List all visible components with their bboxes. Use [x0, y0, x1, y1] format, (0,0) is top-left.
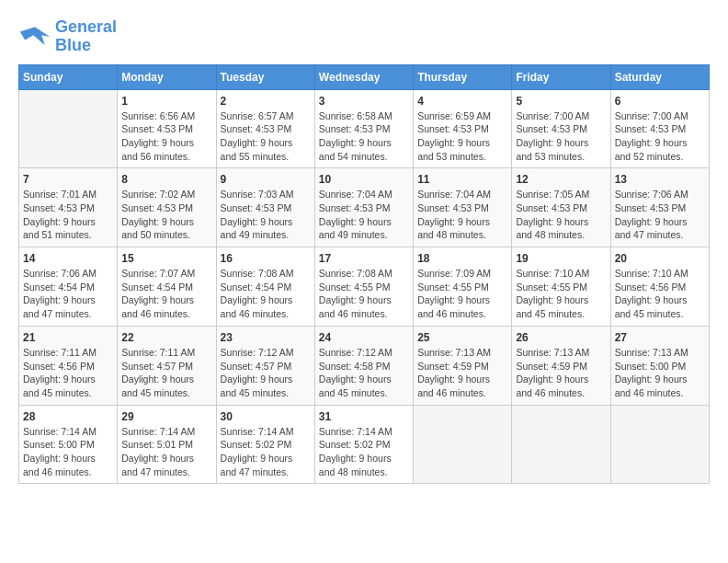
day-info: Sunrise: 7:03 AM Sunset: 4:53 PM Dayligh…	[221, 188, 311, 242]
day-number: 18	[417, 252, 507, 265]
day-number: 8	[121, 173, 211, 186]
calendar-week-row: 14Sunrise: 7:06 AM Sunset: 4:54 PM Dayli…	[19, 247, 710, 327]
calendar-week-row: 28Sunrise: 7:14 AM Sunset: 5:00 PM Dayli…	[19, 405, 710, 484]
calendar-cell: 6Sunrise: 7:00 AM Sunset: 4:53 PM Daylig…	[610, 89, 709, 168]
day-info: Sunrise: 7:10 AM Sunset: 4:55 PM Dayligh…	[516, 267, 606, 321]
calendar-cell	[610, 405, 709, 484]
day-number: 25	[417, 331, 507, 344]
day-number: 26	[516, 331, 606, 344]
day-info: Sunrise: 7:13 AM Sunset: 4:59 PM Dayligh…	[516, 346, 606, 400]
day-info: Sunrise: 6:59 AM Sunset: 4:53 PM Dayligh…	[417, 109, 507, 164]
day-number: 13	[615, 173, 705, 186]
day-info: Sunrise: 7:10 AM Sunset: 4:56 PM Dayligh…	[615, 267, 705, 321]
day-number: 19	[516, 252, 606, 265]
calendar-cell: 23Sunrise: 7:12 AM Sunset: 4:57 PM Dayli…	[216, 326, 314, 405]
calendar-cell: 7Sunrise: 7:01 AM Sunset: 4:53 PM Daylig…	[19, 168, 118, 247]
day-info: Sunrise: 7:14 AM Sunset: 5:00 PM Dayligh…	[23, 425, 113, 479]
day-number: 9	[221, 173, 311, 186]
day-info: Sunrise: 6:56 AM Sunset: 4:53 PM Dayligh…	[121, 109, 211, 164]
calendar-cell: 24Sunrise: 7:12 AM Sunset: 4:58 PM Dayli…	[314, 326, 413, 405]
page-header: General Blue	[18, 18, 710, 55]
day-number: 29	[121, 410, 211, 423]
day-info: Sunrise: 7:05 AM Sunset: 4:53 PM Dayligh…	[516, 188, 606, 242]
day-info: Sunrise: 7:07 AM Sunset: 4:54 PM Dayligh…	[121, 267, 211, 321]
day-info: Sunrise: 7:12 AM Sunset: 4:58 PM Dayligh…	[319, 346, 409, 400]
weekday-header-wednesday: Wednesday	[314, 64, 413, 89]
day-number: 11	[417, 173, 507, 186]
day-number: 4	[417, 95, 507, 108]
day-number: 6	[615, 95, 705, 108]
calendar-cell: 8Sunrise: 7:02 AM Sunset: 4:53 PM Daylig…	[118, 168, 216, 247]
day-number: 7	[23, 173, 113, 186]
day-number: 10	[319, 173, 409, 186]
calendar-week-row: 21Sunrise: 7:11 AM Sunset: 4:56 PM Dayli…	[19, 326, 710, 405]
calendar-cell: 14Sunrise: 7:06 AM Sunset: 4:54 PM Dayli…	[19, 247, 118, 327]
day-info: Sunrise: 7:04 AM Sunset: 4:53 PM Dayligh…	[417, 188, 507, 242]
day-info: Sunrise: 7:13 AM Sunset: 4:59 PM Dayligh…	[417, 346, 507, 400]
day-info: Sunrise: 6:58 AM Sunset: 4:53 PM Dayligh…	[319, 109, 409, 164]
weekday-header-friday: Friday	[512, 64, 610, 89]
day-info: Sunrise: 7:14 AM Sunset: 5:02 PM Dayligh…	[319, 425, 409, 479]
day-number: 27	[615, 331, 705, 344]
day-info: Sunrise: 7:08 AM Sunset: 4:55 PM Dayligh…	[319, 267, 409, 321]
calendar-cell: 30Sunrise: 7:14 AM Sunset: 5:02 PM Dayli…	[216, 405, 314, 484]
day-info: Sunrise: 7:14 AM Sunset: 5:01 PM Dayligh…	[121, 425, 211, 479]
day-info: Sunrise: 7:11 AM Sunset: 4:56 PM Dayligh…	[23, 346, 113, 400]
calendar-week-row: 7Sunrise: 7:01 AM Sunset: 4:53 PM Daylig…	[19, 168, 710, 247]
calendar-cell: 16Sunrise: 7:08 AM Sunset: 4:54 PM Dayli…	[216, 247, 314, 327]
day-number: 16	[221, 252, 311, 265]
calendar-cell: 10Sunrise: 7:04 AM Sunset: 4:53 PM Dayli…	[314, 168, 413, 247]
calendar-header-row: SundayMondayTuesdayWednesdayThursdayFrid…	[19, 64, 710, 89]
weekday-header-saturday: Saturday	[610, 64, 709, 89]
weekday-header-tuesday: Tuesday	[216, 64, 314, 89]
day-number: 17	[319, 252, 409, 265]
logo-icon	[18, 23, 51, 51]
day-info: Sunrise: 7:06 AM Sunset: 4:53 PM Dayligh…	[615, 188, 705, 242]
calendar-cell: 28Sunrise: 7:14 AM Sunset: 5:00 PM Dayli…	[19, 405, 118, 484]
logo-text: General Blue	[55, 18, 117, 55]
day-number: 12	[516, 173, 606, 186]
calendar-cell: 1Sunrise: 6:56 AM Sunset: 4:53 PM Daylig…	[118, 89, 216, 168]
day-info: Sunrise: 7:12 AM Sunset: 4:57 PM Dayligh…	[221, 346, 311, 400]
day-info: Sunrise: 7:11 AM Sunset: 4:57 PM Dayligh…	[121, 346, 211, 400]
calendar-cell: 18Sunrise: 7:09 AM Sunset: 4:55 PM Dayli…	[414, 247, 512, 327]
day-info: Sunrise: 7:01 AM Sunset: 4:53 PM Dayligh…	[23, 188, 113, 242]
day-info: Sunrise: 7:04 AM Sunset: 4:53 PM Dayligh…	[319, 188, 409, 242]
day-number: 22	[121, 331, 211, 344]
calendar-cell: 20Sunrise: 7:10 AM Sunset: 4:56 PM Dayli…	[610, 247, 709, 327]
day-number: 2	[221, 95, 311, 108]
calendar-cell: 5Sunrise: 7:00 AM Sunset: 4:53 PM Daylig…	[512, 89, 610, 168]
calendar-cell: 15Sunrise: 7:07 AM Sunset: 4:54 PM Dayli…	[118, 247, 216, 327]
calendar-cell	[414, 405, 512, 484]
svg-marker-0	[20, 27, 50, 45]
calendar-cell: 9Sunrise: 7:03 AM Sunset: 4:53 PM Daylig…	[216, 168, 314, 247]
calendar-cell: 2Sunrise: 6:57 AM Sunset: 4:53 PM Daylig…	[216, 89, 314, 168]
day-number: 14	[23, 252, 113, 265]
calendar-cell: 26Sunrise: 7:13 AM Sunset: 4:59 PM Dayli…	[512, 326, 610, 405]
day-info: Sunrise: 7:09 AM Sunset: 4:55 PM Dayligh…	[417, 267, 507, 321]
weekday-header-thursday: Thursday	[414, 64, 512, 89]
day-info: Sunrise: 7:02 AM Sunset: 4:53 PM Dayligh…	[121, 188, 211, 242]
calendar-cell: 31Sunrise: 7:14 AM Sunset: 5:02 PM Dayli…	[314, 405, 413, 484]
calendar-cell: 3Sunrise: 6:58 AM Sunset: 4:53 PM Daylig…	[314, 89, 413, 168]
day-number: 28	[23, 410, 113, 423]
day-number: 24	[319, 331, 409, 344]
calendar-cell	[512, 405, 610, 484]
day-info: Sunrise: 7:00 AM Sunset: 4:53 PM Dayligh…	[615, 109, 705, 164]
calendar-cell: 29Sunrise: 7:14 AM Sunset: 5:01 PM Dayli…	[118, 405, 216, 484]
day-number: 31	[319, 410, 409, 423]
calendar-cell: 19Sunrise: 7:10 AM Sunset: 4:55 PM Dayli…	[512, 247, 610, 327]
day-info: Sunrise: 7:06 AM Sunset: 4:54 PM Dayligh…	[23, 267, 113, 321]
calendar-cell: 27Sunrise: 7:13 AM Sunset: 5:00 PM Dayli…	[610, 326, 709, 405]
calendar-cell: 13Sunrise: 7:06 AM Sunset: 4:53 PM Dayli…	[610, 168, 709, 247]
weekday-header-sunday: Sunday	[19, 64, 118, 89]
calendar-week-row: 1Sunrise: 6:56 AM Sunset: 4:53 PM Daylig…	[19, 89, 710, 168]
calendar-cell: 22Sunrise: 7:11 AM Sunset: 4:57 PM Dayli…	[118, 326, 216, 405]
weekday-header-monday: Monday	[118, 64, 216, 89]
day-number: 20	[615, 252, 705, 265]
day-number: 30	[221, 410, 311, 423]
calendar-cell: 4Sunrise: 6:59 AM Sunset: 4:53 PM Daylig…	[414, 89, 512, 168]
day-number: 23	[221, 331, 311, 344]
day-info: Sunrise: 6:57 AM Sunset: 4:53 PM Dayligh…	[221, 109, 311, 164]
day-info: Sunrise: 7:00 AM Sunset: 4:53 PM Dayligh…	[516, 109, 606, 164]
